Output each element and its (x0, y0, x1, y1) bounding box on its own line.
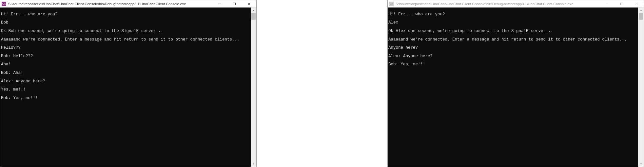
console-line: Aaaaaand we're connected. Enter a messag… (388, 38, 638, 42)
console-line: Aha! (1, 62, 251, 67)
svg-rect-5 (620, 3, 623, 5)
scroll-track[interactable] (638, 13, 644, 161)
window-title: S:\source\repositories\UnoChat\UnoChat.C… (396, 2, 599, 6)
window-controls (599, 0, 644, 7)
console-line: Ok Alex one second, we're going to conne… (388, 29, 638, 33)
console-line: Alex: Anyone here? (1, 79, 251, 84)
scroll-down-button[interactable] (638, 161, 644, 167)
app-icon: C:\ (2, 2, 6, 6)
console-line: Anyone here? (388, 46, 638, 50)
scroll-thumb[interactable] (639, 13, 643, 20)
minimize-button[interactable] (212, 0, 227, 7)
scroll-track[interactable] (251, 13, 256, 161)
minimize-button[interactable] (599, 0, 614, 7)
console-line: Aaaaaand we're connected. Enter a messag… (1, 38, 251, 42)
scroll-down-button[interactable] (251, 161, 256, 167)
window-controls (212, 0, 256, 7)
window-title: S:\source\repositories\UnoChat\UnoChat.C… (8, 2, 212, 6)
console-area: Hi! Err... who are you? Alex Ok Alex one… (388, 8, 644, 167)
close-button[interactable] (629, 0, 644, 7)
console-line: Bob: Yes, me!!! (388, 62, 638, 67)
console-line: Alex: Anyone here? (388, 54, 638, 58)
console-line: Bob: Aha! (1, 71, 251, 75)
console-window-right: C:\ S:\source\repositories\UnoChat\UnoCh… (387, 0, 644, 167)
maximize-button[interactable] (227, 0, 242, 7)
app-icon: C:\ (389, 2, 394, 6)
console-output[interactable]: Hi! Err... who are you? Alex Ok Alex one… (388, 8, 638, 167)
titlebar[interactable]: C:\ S:\source\repositories\UnoChat\UnoCh… (388, 0, 644, 8)
console-line: Bob (1, 21, 251, 25)
console-area: Hi! Err... who are you? Bob Ok Bob one s… (0, 8, 256, 167)
vertical-scrollbar[interactable] (638, 8, 644, 167)
console-line: Bob: Hello??? (1, 54, 251, 58)
console-line: Bob: Yes, me!!! (1, 96, 251, 100)
console-output[interactable]: Hi! Err... who are you? Bob Ok Bob one s… (0, 8, 251, 167)
maximize-button[interactable] (614, 0, 629, 7)
console-line: Yes, me!!! (1, 88, 251, 92)
close-button[interactable] (242, 0, 256, 7)
scroll-thumb[interactable] (251, 13, 256, 20)
svg-rect-1 (233, 3, 235, 5)
console-line: Ok Bob one second, we're going to connec… (1, 29, 251, 33)
console-window-left: C:\ S:\source\repositories\UnoChat\UnoCh… (0, 0, 257, 167)
scroll-up-button[interactable] (251, 8, 256, 13)
console-line: Hello??? (1, 46, 251, 50)
console-line: Hi! Err... who are you? (1, 12, 251, 17)
vertical-scrollbar[interactable] (251, 8, 256, 167)
console-line: Alex (388, 21, 638, 25)
titlebar[interactable]: C:\ S:\source\repositories\UnoChat\UnoCh… (0, 0, 256, 8)
scroll-up-button[interactable] (638, 8, 644, 13)
console-line: Hi! Err... who are you? (388, 12, 638, 17)
